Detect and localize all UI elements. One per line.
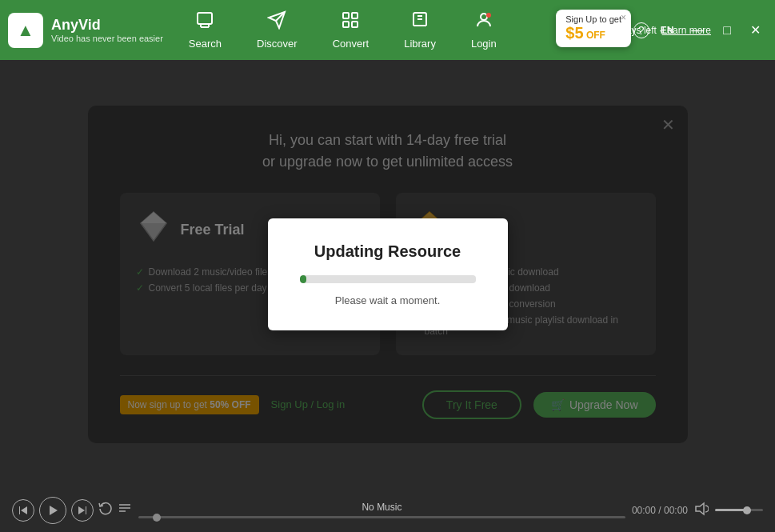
login-nav-label: Login bbox=[471, 38, 497, 50]
svg-rect-7 bbox=[352, 22, 358, 27]
player-middle: No Music bbox=[138, 502, 625, 518]
nav-search[interactable]: Search bbox=[171, 4, 239, 56]
svg-marker-18 bbox=[19, 506, 20, 514]
top-bar: ▲ AnyVid Video has never been easier Sea… bbox=[0, 0, 775, 60]
svg-marker-21 bbox=[78, 506, 85, 514]
svg-rect-0 bbox=[198, 13, 212, 24]
login-nav-icon bbox=[474, 10, 493, 34]
svg-point-12 bbox=[481, 14, 487, 20]
logo-area: ▲ AnyVid Video has never been easier bbox=[8, 13, 163, 48]
trial-text: 14 days left · bbox=[608, 25, 662, 36]
discover-nav-icon bbox=[267, 10, 286, 34]
convert-nav-label: Convert bbox=[333, 38, 370, 50]
update-wait-text: Please wait a moment. bbox=[300, 294, 476, 306]
progress-track-bar[interactable] bbox=[138, 516, 625, 518]
logo-text: AnyVid Video has never been easier bbox=[51, 17, 163, 43]
convert-nav-icon bbox=[341, 10, 360, 34]
player-controls bbox=[12, 497, 132, 524]
nav-library[interactable]: Library bbox=[386, 4, 453, 56]
update-progress-bar-fill bbox=[300, 275, 307, 283]
time-display: 00:00 / 00:00 bbox=[632, 505, 688, 516]
trial-bar: 14 days left · Learn more bbox=[608, 0, 775, 60]
svg-rect-6 bbox=[352, 13, 358, 18]
update-dialog-overlay: Updating Resource Please wait a moment. bbox=[0, 60, 775, 488]
nav-items: Search Discover Convert Library Login bbox=[171, 4, 566, 56]
app-logo-icon: ▲ bbox=[8, 13, 43, 48]
nav-convert[interactable]: Convert bbox=[315, 4, 387, 56]
nav-login[interactable]: Login bbox=[453, 4, 514, 56]
svg-marker-26 bbox=[696, 503, 704, 514]
promo-amount: $5 bbox=[565, 24, 583, 42]
volume-slider[interactable] bbox=[715, 509, 763, 511]
svg-marker-19 bbox=[21, 506, 27, 514]
app-subtitle: Video has never been easier bbox=[51, 34, 163, 43]
discover-nav-label: Discover bbox=[257, 38, 298, 50]
player-bar: No Music 00:00 / 00:00 bbox=[0, 488, 775, 532]
search-nav-icon bbox=[195, 10, 214, 34]
volume-icon[interactable] bbox=[694, 502, 709, 519]
svg-marker-22 bbox=[86, 506, 86, 514]
update-progress-bar-container bbox=[300, 275, 476, 283]
svg-rect-8 bbox=[343, 22, 349, 27]
player-progress-row bbox=[138, 516, 625, 518]
svg-marker-20 bbox=[50, 506, 58, 515]
svg-rect-5 bbox=[343, 13, 349, 18]
main-area: ✕ Hi, you can start with 14-day free tri… bbox=[0, 60, 775, 488]
search-nav-label: Search bbox=[189, 38, 222, 50]
track-name: No Music bbox=[362, 502, 401, 513]
next-track-button[interactable] bbox=[71, 499, 94, 522]
learn-more-link[interactable]: Learn more bbox=[662, 25, 711, 36]
player-bar-inner: No Music 00:00 / 00:00 bbox=[12, 497, 763, 524]
svg-point-13 bbox=[486, 13, 491, 18]
promo-off: OFF bbox=[586, 30, 605, 41]
app-name: AnyVid bbox=[51, 17, 163, 34]
playlist-button[interactable] bbox=[118, 501, 132, 519]
library-nav-label: Library bbox=[404, 38, 436, 50]
progress-knob[interactable] bbox=[153, 514, 161, 522]
play-pause-button[interactable] bbox=[39, 497, 66, 524]
update-dialog-title: Updating Resource bbox=[300, 242, 476, 261]
nav-discover[interactable]: Discover bbox=[239, 4, 315, 56]
update-resource-dialog: Updating Resource Please wait a moment. bbox=[268, 218, 508, 330]
library-nav-icon bbox=[410, 10, 429, 34]
repeat-button[interactable] bbox=[98, 501, 113, 519]
prev-track-button[interactable] bbox=[12, 499, 34, 522]
